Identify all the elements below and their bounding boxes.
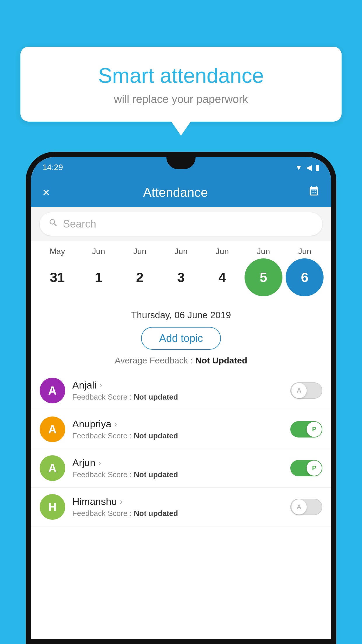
calendar-day[interactable]: 4 bbox=[203, 258, 241, 296]
calendar-month: May bbox=[38, 247, 76, 256]
attendance-toggle[interactable]: P bbox=[290, 460, 322, 476]
add-topic-button[interactable]: Add topic bbox=[141, 327, 221, 350]
student-feedback: Feedback Score : Not updated bbox=[72, 470, 290, 479]
student-feedback: Feedback Score : Not updated bbox=[72, 431, 290, 440]
calendar-day[interactable]: 6 bbox=[286, 258, 324, 296]
attendance-toggle[interactable]: A bbox=[290, 499, 322, 515]
attendance-toggle[interactable]: P bbox=[290, 421, 322, 438]
bubble-title: Smart attendance bbox=[35, 64, 327, 87]
calendar-month: Jun bbox=[162, 247, 200, 256]
student-feedback: Feedback Score : Not updated bbox=[72, 509, 290, 518]
attendance-toggle[interactable]: A bbox=[290, 382, 322, 399]
calendar-days: 31123456 bbox=[37, 258, 325, 301]
wifi-icon: ▼ bbox=[295, 163, 303, 172]
search-bar[interactable]: Search bbox=[40, 212, 322, 236]
chevron-right-icon: › bbox=[114, 419, 117, 429]
toggle-knob: A bbox=[291, 383, 307, 398]
phone-inner: 14:29 ▼ ◀ ▮ × Attendance bbox=[31, 157, 331, 639]
search-icon bbox=[48, 218, 58, 230]
bubble-subtitle: will replace your paperwork bbox=[35, 93, 327, 106]
calendar-strip: MayJunJunJunJunJunJun 31123456 bbox=[31, 241, 331, 304]
calendar-months: MayJunJunJunJunJunJun bbox=[37, 247, 325, 256]
calendar-day[interactable]: 5 bbox=[245, 258, 282, 296]
search-placeholder: Search bbox=[63, 218, 96, 230]
calendar-month: Jun bbox=[80, 247, 117, 256]
status-bar: 14:29 ▼ ◀ ▮ bbox=[31, 157, 331, 178]
student-info: Anjali › Feedback Score : Not updated bbox=[72, 379, 290, 402]
calendar-icon[interactable] bbox=[308, 186, 319, 200]
list-item: H Himanshu › Feedback Score : Not update… bbox=[31, 488, 331, 526]
calendar-month: Jun bbox=[121, 247, 159, 256]
close-button[interactable]: × bbox=[43, 186, 60, 200]
calendar-day[interactable]: 31 bbox=[38, 258, 76, 296]
student-name[interactable]: Himanshu › bbox=[72, 496, 290, 507]
calendar-day[interactable]: 2 bbox=[121, 258, 159, 296]
avatar: H bbox=[40, 494, 65, 520]
list-item: A Anupriya › Feedback Score : Not update… bbox=[31, 410, 331, 449]
add-topic-container: Add topic bbox=[31, 323, 331, 356]
calendar-month: Jun bbox=[203, 247, 241, 256]
speech-bubble: Smart attendance will replace your paper… bbox=[20, 47, 342, 122]
student-info: Himanshu › Feedback Score : Not updated bbox=[72, 496, 290, 518]
calendar-month: Jun bbox=[245, 247, 282, 256]
notch bbox=[166, 157, 196, 169]
chevron-right-icon: › bbox=[98, 458, 101, 468]
calendar-month: Jun bbox=[286, 247, 324, 256]
student-name[interactable]: Anjali › bbox=[72, 379, 290, 391]
avatar: A bbox=[40, 455, 65, 481]
calendar-day[interactable]: 3 bbox=[162, 258, 200, 296]
toggle-knob: P bbox=[307, 422, 322, 437]
list-item: A Arjun › Feedback Score : Not updated P bbox=[31, 449, 331, 488]
signal-icon: ◀ bbox=[306, 163, 312, 172]
toggle-knob: A bbox=[291, 499, 307, 514]
search-container: Search bbox=[31, 207, 331, 241]
list-item: A Anjali › Feedback Score : Not updated … bbox=[31, 371, 331, 410]
chevron-right-icon: › bbox=[120, 497, 122, 506]
header-title: Attendance bbox=[60, 185, 291, 200]
avatar: A bbox=[40, 378, 65, 403]
avatar: A bbox=[40, 416, 65, 442]
avg-feedback-label: Average Feedback : bbox=[115, 356, 195, 365]
battery-icon: ▮ bbox=[315, 163, 319, 172]
avg-feedback-value: Not Updated bbox=[195, 356, 247, 365]
chevron-right-icon: › bbox=[99, 381, 102, 390]
student-info: Arjun › Feedback Score : Not updated bbox=[72, 457, 290, 479]
status-icons: ▼ ◀ ▮ bbox=[295, 163, 319, 172]
toggle-knob: P bbox=[307, 461, 322, 476]
app-header: × Attendance bbox=[31, 178, 331, 207]
status-time: 14:29 bbox=[43, 163, 63, 172]
calendar-day[interactable]: 1 bbox=[80, 258, 117, 296]
average-feedback: Average Feedback : Not Updated bbox=[31, 356, 331, 371]
phone-frame: 14:29 ▼ ◀ ▮ × Attendance bbox=[26, 152, 336, 644]
student-info: Anupriya › Feedback Score : Not updated bbox=[72, 418, 290, 440]
student-name[interactable]: Arjun › bbox=[72, 457, 290, 468]
selected-date-label: Thursday, 06 June 2019 bbox=[31, 304, 331, 323]
student-name[interactable]: Anupriya › bbox=[72, 418, 290, 430]
student-list: A Anjali › Feedback Score : Not updated … bbox=[31, 371, 331, 526]
student-feedback: Feedback Score : Not updated bbox=[72, 393, 290, 402]
